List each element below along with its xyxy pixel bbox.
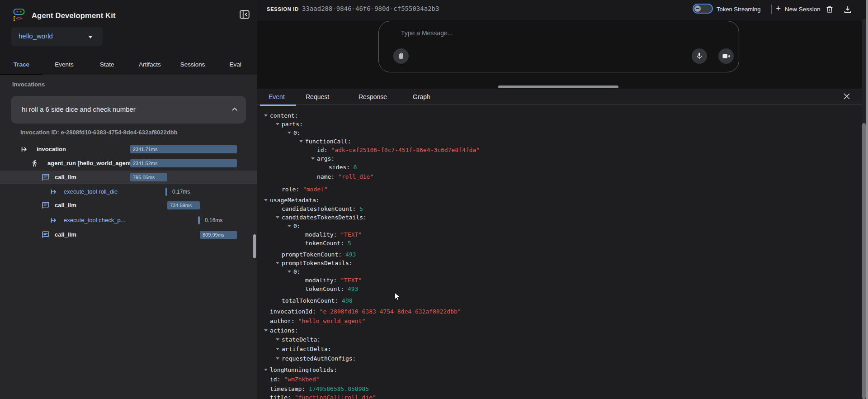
- expand-caret-icon[interactable]: [264, 329, 268, 332]
- session-id-label: SESSION ID: [267, 6, 299, 12]
- trace-span-label: execute_tool check_p...: [64, 217, 126, 223]
- sidebar-scrollbar[interactable]: [253, 234, 256, 258]
- tab-trace[interactable]: Trace: [0, 54, 43, 75]
- event-panel-tab-response[interactable]: Response: [359, 93, 387, 100]
- token-streaming-toggle[interactable]: [693, 4, 713, 14]
- json-line: modality: "TEXT": [269, 276, 857, 285]
- duration-bar: 734.59ms: [167, 201, 200, 209]
- tab-sessions[interactable]: Sessions: [171, 54, 214, 75]
- expand-caret-icon[interactable]: [276, 123, 279, 125]
- tab-state[interactable]: State: [85, 54, 128, 75]
- json-key: longRunningToolIds:: [270, 366, 337, 373]
- expand-caret-icon[interactable]: [264, 199, 268, 201]
- trace-span-execute_tool[interactable]: execute_tool check_p...0.16ms: [0, 214, 257, 227]
- trace-panel: Invocations hi roll a 6 side dice and ch…: [0, 75, 257, 399]
- expand-caret-icon[interactable]: [276, 348, 279, 350]
- tab-events[interactable]: Events: [43, 54, 86, 75]
- panel-drag-handle[interactable]: [498, 86, 618, 88]
- token-streaming-label: Token Streaming: [717, 6, 761, 13]
- chevron-up-icon[interactable]: [231, 107, 238, 111]
- json-line: title: "functionCall:roll_die": [269, 393, 857, 399]
- json-key: title:: [270, 394, 291, 399]
- tab-artifacts[interactable]: Artifacts: [128, 54, 171, 75]
- video-button[interactable]: [718, 48, 734, 64]
- json-key: modality:: [305, 231, 337, 238]
- json-value: "wmZhkbed": [280, 376, 319, 383]
- expand-caret-icon[interactable]: [311, 157, 315, 160]
- duration-bar: 2341.71ms: [130, 145, 237, 153]
- agent-select-dropdown[interactable]: hello_world: [11, 27, 103, 46]
- json-line: 0:: [269, 222, 857, 230]
- expand-caret-icon[interactable]: [276, 338, 279, 341]
- tab-eval[interactable]: Eval: [214, 54, 257, 75]
- expand-caret-icon[interactable]: [276, 216, 279, 218]
- json-line: promptTokensDetails:: [269, 259, 857, 267]
- trace-span-agent_run[interactable]: agent_run [hello_world_agent]2341.52ms: [0, 157, 257, 170]
- json-line: candidatesTokensDetails:: [269, 213, 857, 222]
- json-line: invocationId: "e-2808fd10-6383-4754-8de4…: [269, 307, 857, 316]
- panel-scrollbar-thumb[interactable]: [862, 123, 866, 399]
- trace-span-call_llm[interactable]: call_llm795.05ms: [0, 171, 257, 184]
- expand-caret-icon[interactable]: [264, 114, 268, 117]
- expand-caret-icon[interactable]: [288, 271, 291, 273]
- expand-caret-icon[interactable]: [276, 262, 279, 264]
- trace-span-label: execute_tool roll_die: [64, 188, 118, 195]
- json-key: stateDelta:: [282, 336, 321, 343]
- trace-span-label: call_llm: [55, 231, 76, 238]
- trace-span-call_llm[interactable]: call_llm809.99ms: [0, 228, 257, 242]
- close-icon[interactable]: [842, 91, 852, 101]
- expand-caret-icon[interactable]: [264, 369, 268, 371]
- json-key: name:: [317, 173, 335, 180]
- expand-caret-icon[interactable]: [288, 132, 291, 134]
- event-panel-tab-request[interactable]: Request: [306, 93, 329, 100]
- maps-to-arrow-blue-icon: [50, 216, 58, 224]
- trace-span-invocation[interactable]: invocation2341.71ms: [0, 142, 257, 156]
- expand-caret-icon[interactable]: [299, 140, 303, 142]
- json-key: args:: [317, 155, 335, 162]
- expand-caret-icon[interactable]: [288, 225, 291, 227]
- json-line: 0:: [269, 267, 857, 276]
- json-key: 0:: [293, 223, 301, 229]
- invocation-prompt: hi roll a 6 side dice and check number: [22, 105, 136, 113]
- json-value: 6: [350, 164, 357, 171]
- json-line: parts:: [269, 120, 857, 128]
- collapse-sidebar-icon[interactable]: [239, 9, 250, 20]
- duration-bar: 2341.52ms: [130, 159, 237, 167]
- duration-bar: [165, 188, 167, 196]
- json-key: functionCall:: [305, 138, 351, 145]
- json-value: 1749586585.858985: [305, 385, 369, 392]
- duration-bar: 795.05ms: [130, 173, 167, 181]
- json-line: requestedAuthConfigs:: [269, 354, 857, 363]
- event-panel-tab-graph[interactable]: Graph: [413, 93, 430, 100]
- json-key: content:: [270, 112, 298, 119]
- trace-span-execute_tool[interactable]: execute_tool roll_die0.17ms: [0, 185, 257, 199]
- json-key: sides:: [329, 164, 350, 171]
- trace-span-call_llm[interactable]: call_llm734.59ms: [0, 199, 257, 212]
- json-line: id: "adk-caf25106-f0c7-451f-86e4-3c6d7e8…: [269, 146, 857, 154]
- json-value: "adk-caf25106-f0c7-451f-86e4-3c6d7e8f4fd…: [327, 147, 480, 153]
- json-key: artifactDelta:: [282, 346, 331, 352]
- adk-logo-icon: [ < >: [12, 7, 26, 21]
- attach-file-button[interactable]: [393, 48, 409, 64]
- json-line: content:: [269, 111, 857, 120]
- event-panel-tab-event[interactable]: Event: [269, 93, 285, 100]
- duration-bar: [198, 216, 200, 224]
- json-key: id:: [317, 147, 327, 153]
- window-scrollbar[interactable]: [866, 0, 868, 399]
- json-key: timestamp:: [270, 385, 305, 392]
- expand-caret-icon[interactable]: [276, 357, 279, 360]
- json-line: timestamp: 1749586585.858985: [269, 385, 857, 393]
- json-line: stateDelta:: [269, 335, 857, 344]
- message-input[interactable]: Type a Message...: [401, 29, 453, 37]
- trace-span-label: invocation: [37, 146, 66, 152]
- chevron-down-icon: [88, 36, 93, 38]
- microphone-button[interactable]: [692, 48, 707, 64]
- duration-bar: 809.99ms: [200, 231, 237, 239]
- json-line: totalTokenCount: 498: [269, 296, 857, 305]
- download-session-icon[interactable]: [843, 5, 853, 14]
- json-key: promptTokensDetails:: [282, 260, 353, 266]
- json-value: "e-2808fd10-6383-4754-8de4-632af8022dbb": [316, 308, 461, 315]
- video-camera-icon: [722, 52, 731, 61]
- invocation-card[interactable]: hi roll a 6 side dice and check number: [11, 96, 246, 124]
- delete-session-icon[interactable]: [825, 5, 835, 14]
